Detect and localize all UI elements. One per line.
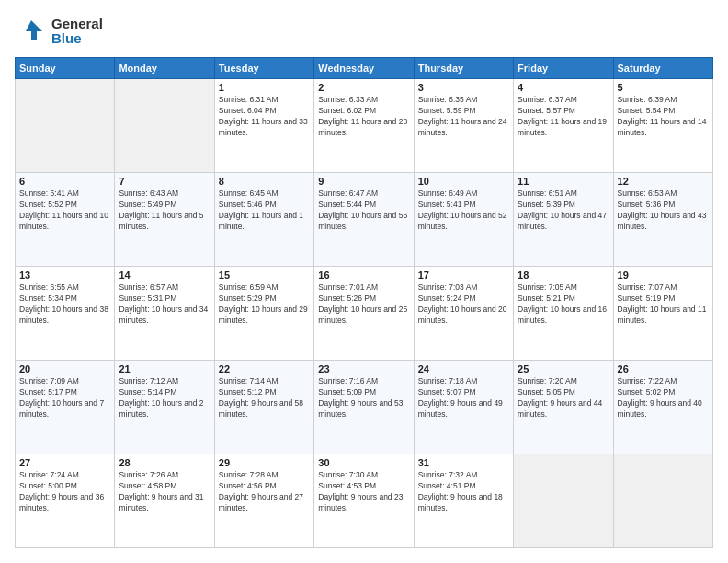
day-cell: 18Sunrise: 7:05 AM Sunset: 5:21 PM Dayli… [514, 267, 613, 361]
day-info: Sunrise: 6:57 AM Sunset: 5:31 PM Dayligh… [119, 282, 210, 327]
weekday-header-wednesday: Wednesday [314, 58, 414, 79]
week-row-3: 13Sunrise: 6:55 AM Sunset: 5:34 PM Dayli… [16, 267, 713, 361]
day-info: Sunrise: 6:47 AM Sunset: 5:44 PM Dayligh… [318, 189, 409, 233]
day-number: 10 [418, 176, 509, 187]
day-info: Sunrise: 7:22 AM Sunset: 5:02 PM Dayligh… [618, 376, 709, 420]
day-number: 24 [418, 363, 509, 374]
day-number: 28 [119, 457, 210, 468]
day-info: Sunrise: 6:39 AM Sunset: 5:54 PM Dayligh… [618, 95, 709, 139]
day-cell: 23Sunrise: 7:16 AM Sunset: 5:09 PM Dayli… [314, 361, 414, 454]
day-cell [115, 79, 214, 173]
day-cell: 9Sunrise: 6:47 AM Sunset: 5:44 PM Daylig… [314, 173, 414, 267]
day-cell: 7Sunrise: 6:43 AM Sunset: 5:49 PM Daylig… [115, 173, 214, 267]
day-info: Sunrise: 6:55 AM Sunset: 5:34 PM Dayligh… [19, 282, 110, 327]
logo: GeneralBlue [15, 15, 103, 48]
weekday-header-tuesday: Tuesday [214, 58, 313, 79]
day-info: Sunrise: 6:33 AM Sunset: 6:02 PM Dayligh… [318, 95, 409, 139]
day-cell: 28Sunrise: 7:26 AM Sunset: 4:58 PM Dayli… [115, 454, 214, 548]
day-cell: 27Sunrise: 7:24 AM Sunset: 5:00 PM Dayli… [16, 454, 115, 548]
day-cell: 30Sunrise: 7:30 AM Sunset: 4:53 PM Dayli… [314, 454, 414, 548]
day-cell: 6Sunrise: 6:41 AM Sunset: 5:52 PM Daylig… [16, 173, 115, 267]
day-number: 22 [219, 363, 310, 374]
svg-marker-0 [26, 20, 42, 40]
day-cell [16, 79, 115, 173]
day-number: 19 [618, 270, 709, 281]
day-number: 20 [19, 363, 110, 374]
day-cell: 22Sunrise: 7:14 AM Sunset: 5:12 PM Dayli… [214, 361, 313, 454]
day-info: Sunrise: 6:59 AM Sunset: 5:29 PM Dayligh… [219, 282, 310, 327]
day-number: 25 [518, 363, 609, 374]
page-header: GeneralBlue [15, 15, 713, 48]
day-info: Sunrise: 7:14 AM Sunset: 5:12 PM Dayligh… [219, 376, 310, 420]
day-info: Sunrise: 7:18 AM Sunset: 5:07 PM Dayligh… [418, 376, 509, 420]
week-row-4: 20Sunrise: 7:09 AM Sunset: 5:17 PM Dayli… [16, 361, 713, 454]
day-number: 16 [318, 270, 409, 281]
day-cell: 4Sunrise: 6:37 AM Sunset: 5:57 PM Daylig… [514, 79, 613, 173]
day-number: 27 [19, 457, 110, 468]
weekday-header-monday: Monday [115, 58, 214, 79]
day-info: Sunrise: 7:20 AM Sunset: 5:05 PM Dayligh… [518, 376, 609, 420]
day-info: Sunrise: 7:03 AM Sunset: 5:24 PM Dayligh… [418, 282, 509, 327]
day-number: 4 [518, 82, 609, 93]
day-info: Sunrise: 7:32 AM Sunset: 4:51 PM Dayligh… [418, 470, 509, 514]
day-info: Sunrise: 7:07 AM Sunset: 5:19 PM Dayligh… [618, 282, 709, 327]
day-number: 8 [219, 176, 310, 187]
day-cell: 14Sunrise: 6:57 AM Sunset: 5:31 PM Dayli… [115, 267, 214, 361]
day-number: 11 [518, 176, 609, 187]
day-number: 7 [119, 176, 210, 187]
day-info: Sunrise: 7:26 AM Sunset: 4:58 PM Dayligh… [119, 470, 210, 514]
day-number: 14 [119, 270, 210, 281]
week-row-2: 6Sunrise: 6:41 AM Sunset: 5:52 PM Daylig… [16, 173, 713, 267]
day-cell: 24Sunrise: 7:18 AM Sunset: 5:07 PM Dayli… [414, 361, 513, 454]
day-cell: 10Sunrise: 6:49 AM Sunset: 5:41 PM Dayli… [414, 173, 513, 267]
day-cell: 3Sunrise: 6:35 AM Sunset: 5:59 PM Daylig… [414, 79, 513, 173]
day-cell: 20Sunrise: 7:09 AM Sunset: 5:17 PM Dayli… [16, 361, 115, 454]
day-cell: 1Sunrise: 6:31 AM Sunset: 6:04 PM Daylig… [214, 79, 313, 173]
day-number: 21 [119, 363, 210, 374]
weekday-header-thursday: Thursday [414, 58, 513, 79]
logo-bird-icon [15, 15, 48, 48]
day-number: 5 [618, 82, 709, 93]
day-number: 9 [318, 176, 409, 187]
day-number: 17 [418, 270, 509, 281]
day-info: Sunrise: 6:43 AM Sunset: 5:49 PM Dayligh… [119, 189, 210, 233]
day-info: Sunrise: 7:16 AM Sunset: 5:09 PM Dayligh… [318, 376, 409, 420]
day-cell: 11Sunrise: 6:51 AM Sunset: 5:39 PM Dayli… [514, 173, 613, 267]
day-number: 18 [518, 270, 609, 281]
day-number: 15 [219, 270, 310, 281]
day-cell [613, 454, 712, 548]
day-cell: 13Sunrise: 6:55 AM Sunset: 5:34 PM Dayli… [16, 267, 115, 361]
day-cell: 5Sunrise: 6:39 AM Sunset: 5:54 PM Daylig… [613, 79, 712, 173]
day-info: Sunrise: 7:12 AM Sunset: 5:14 PM Dayligh… [119, 376, 210, 420]
day-cell: 16Sunrise: 7:01 AM Sunset: 5:26 PM Dayli… [314, 267, 414, 361]
calendar-table: SundayMondayTuesdayWednesdayThursdayFrid… [15, 57, 713, 548]
day-number: 12 [618, 176, 709, 187]
day-cell: 8Sunrise: 6:45 AM Sunset: 5:46 PM Daylig… [214, 173, 313, 267]
day-info: Sunrise: 6:31 AM Sunset: 6:04 PM Dayligh… [219, 95, 310, 139]
day-number: 26 [618, 363, 709, 374]
day-cell: 15Sunrise: 6:59 AM Sunset: 5:29 PM Dayli… [214, 267, 313, 361]
weekday-header-saturday: Saturday [613, 58, 712, 79]
day-cell: 31Sunrise: 7:32 AM Sunset: 4:51 PM Dayli… [414, 454, 513, 548]
day-info: Sunrise: 6:51 AM Sunset: 5:39 PM Dayligh… [518, 189, 609, 233]
weekday-header-row: SundayMondayTuesdayWednesdayThursdayFrid… [16, 58, 713, 79]
week-row-5: 27Sunrise: 7:24 AM Sunset: 5:00 PM Dayli… [16, 454, 713, 548]
day-info: Sunrise: 6:49 AM Sunset: 5:41 PM Dayligh… [418, 189, 509, 233]
day-cell: 17Sunrise: 7:03 AM Sunset: 5:24 PM Dayli… [414, 267, 513, 361]
day-number: 13 [19, 270, 110, 281]
day-info: Sunrise: 6:37 AM Sunset: 5:57 PM Dayligh… [518, 95, 609, 139]
day-info: Sunrise: 7:28 AM Sunset: 4:56 PM Dayligh… [219, 470, 310, 514]
week-row-1: 1Sunrise: 6:31 AM Sunset: 6:04 PM Daylig… [16, 79, 713, 173]
day-info: Sunrise: 6:53 AM Sunset: 5:36 PM Dayligh… [618, 189, 709, 233]
day-info: Sunrise: 7:30 AM Sunset: 4:53 PM Dayligh… [318, 470, 409, 514]
day-cell: 21Sunrise: 7:12 AM Sunset: 5:14 PM Dayli… [115, 361, 214, 454]
day-number: 23 [318, 363, 409, 374]
day-cell: 2Sunrise: 6:33 AM Sunset: 6:02 PM Daylig… [314, 79, 414, 173]
day-cell: 26Sunrise: 7:22 AM Sunset: 5:02 PM Dayli… [613, 361, 712, 454]
day-info: Sunrise: 6:41 AM Sunset: 5:52 PM Dayligh… [19, 189, 110, 233]
day-info: Sunrise: 7:01 AM Sunset: 5:26 PM Dayligh… [318, 282, 409, 327]
weekday-header-friday: Friday [514, 58, 613, 79]
calendar-page: GeneralBlue SundayMondayTuesdayWednesday… [0, 0, 728, 563]
day-number: 3 [418, 82, 509, 93]
day-cell: 25Sunrise: 7:20 AM Sunset: 5:05 PM Dayli… [514, 361, 613, 454]
